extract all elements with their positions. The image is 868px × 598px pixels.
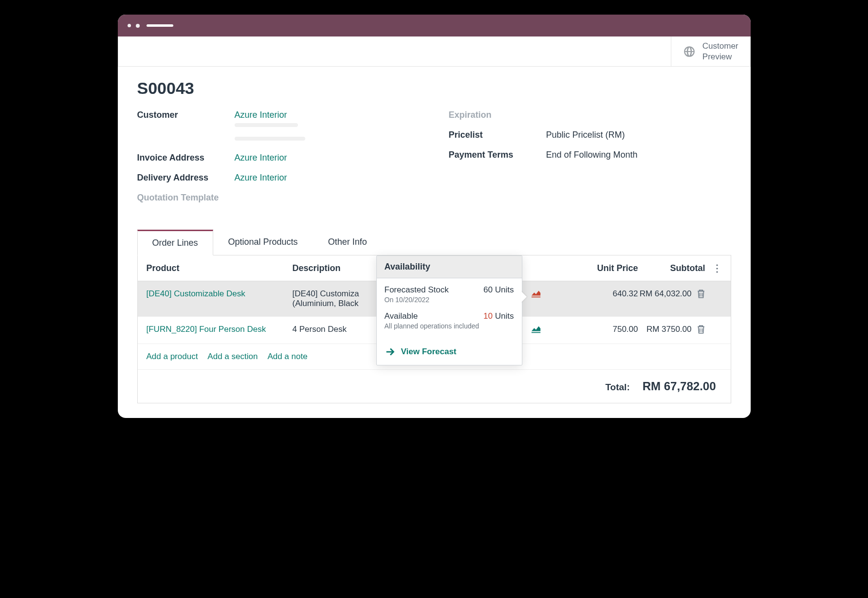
field-label: Quotation Template (137, 193, 235, 203)
area-chart-icon (531, 325, 541, 333)
line-subtotal: RM 3750.00 (638, 325, 710, 334)
field-label: Expiration (449, 110, 546, 120)
order-name: S00043 (137, 79, 731, 98)
th-unit-price: Unit Price (551, 263, 638, 273)
delivery-address-link[interactable]: Azure Interior (235, 173, 287, 183)
app-window: Customer Preview S00043 Customer Azure I… (118, 15, 751, 418)
window-titlebar (118, 15, 751, 36)
customer-link[interactable]: Azure Interior (235, 110, 305, 120)
total-row: Total: RM 67,782.00 (138, 369, 731, 403)
line-subtotal: RM 64,032.00 (638, 289, 710, 299)
trash-icon[interactable] (697, 289, 705, 299)
arrow-right-icon (385, 346, 395, 357)
tab-optional-products[interactable]: Optional Products (213, 230, 313, 255)
line-forecast-button[interactable] (521, 325, 551, 336)
tab-order-lines[interactable]: Order Lines (137, 230, 213, 255)
fields-left: Customer Azure Interior Invoice Address … (137, 110, 420, 213)
th-product: Product (147, 263, 293, 273)
add-note-link[interactable]: Add a note (267, 352, 307, 362)
available-line: Available 10 Units (385, 311, 514, 321)
field-payment-terms: Payment Terms End of Following Month (449, 150, 731, 163)
line-product-link[interactable]: [DE40] Customizable Desk (147, 289, 293, 299)
line-unit-price[interactable]: 750.00 (551, 325, 638, 334)
popover-body: Forecasted Stock 60 Units On 10/20/2022 … (377, 278, 522, 344)
available-note: All planned operations included (385, 322, 514, 330)
window-control-dot[interactable] (128, 24, 131, 27)
availability-popover: Availability Forecasted Stock 60 Units O… (376, 255, 522, 365)
forecasted-label: Forecasted Stock (385, 285, 449, 295)
customer-preview-label: Customer Preview (702, 41, 739, 62)
forecasted-value: 60 Units (483, 285, 514, 295)
top-action-bar: Customer Preview (118, 36, 751, 67)
window-control-dot[interactable] (136, 24, 140, 28)
field-expiration: Expiration (449, 110, 731, 123)
globe-icon (683, 45, 696, 58)
field-label: Delivery Address (137, 173, 235, 183)
total-value: RM 67,782.00 (643, 380, 716, 393)
th-subtotal: Subtotal (638, 263, 710, 273)
form-content: S00043 Customer Azure Interior Invoice A… (118, 67, 751, 418)
line-product-link[interactable]: [FURN_8220] Four Person Desk (147, 325, 293, 334)
subtotal-value: RM 3750.00 (646, 325, 692, 334)
field-label: Pricelist (449, 130, 546, 140)
field-delivery-address: Delivery Address Azure Interior (137, 173, 420, 185)
total-label: Total: (605, 382, 629, 393)
tabs: Order Lines Optional Products Other Info (137, 230, 731, 255)
forecasted-stock-line: Forecasted Stock 60 Units (385, 285, 514, 295)
available-value: 10 Units (483, 311, 514, 321)
field-invoice-address: Invoice Address Azure Interior (137, 153, 420, 165)
add-product-link[interactable]: Add a product (147, 352, 198, 362)
placeholder-line (235, 137, 305, 141)
field-label: Invoice Address (137, 153, 235, 163)
view-forecast-button[interactable]: View Forecast (377, 344, 522, 365)
view-forecast-label: View Forecast (401, 347, 457, 357)
fields-right: Expiration Pricelist Public Pricelist (R… (449, 110, 731, 213)
payment-terms-value[interactable]: End of Following Month (546, 150, 638, 160)
area-chart-icon (531, 289, 541, 298)
field-label: Payment Terms (449, 150, 546, 160)
order-lines-table: Product Description y Unit Price Subtota… (137, 255, 731, 403)
subtotal-value: RM 64,032.00 (640, 289, 692, 299)
columns-menu-button[interactable]: ⋮ (710, 262, 722, 274)
field-customer: Customer Azure Interior (137, 110, 420, 145)
field-pricelist: Pricelist Public Pricelist (RM) (449, 130, 731, 143)
placeholder-line (235, 123, 298, 127)
forecasted-date: On 10/20/2022 (385, 296, 514, 304)
field-quotation-template: Quotation Template (137, 193, 420, 205)
available-label: Available (385, 311, 418, 321)
line-unit-price[interactable]: 640.32 (551, 289, 638, 299)
popover-title: Availability (377, 256, 522, 278)
invoice-address-link[interactable]: Azure Interior (235, 153, 287, 163)
pricelist-value[interactable]: Public Pricelist (RM) (546, 130, 625, 140)
field-grid: Customer Azure Interior Invoice Address … (137, 110, 731, 213)
field-label: Customer (137, 110, 235, 120)
customer-preview-button[interactable]: Customer Preview (671, 36, 750, 66)
tab-other-info[interactable]: Other Info (313, 230, 382, 255)
window-title-placeholder (147, 24, 173, 27)
trash-icon[interactable] (697, 325, 705, 334)
add-section-link[interactable]: Add a section (207, 352, 258, 362)
popover-arrow-icon (521, 291, 527, 303)
